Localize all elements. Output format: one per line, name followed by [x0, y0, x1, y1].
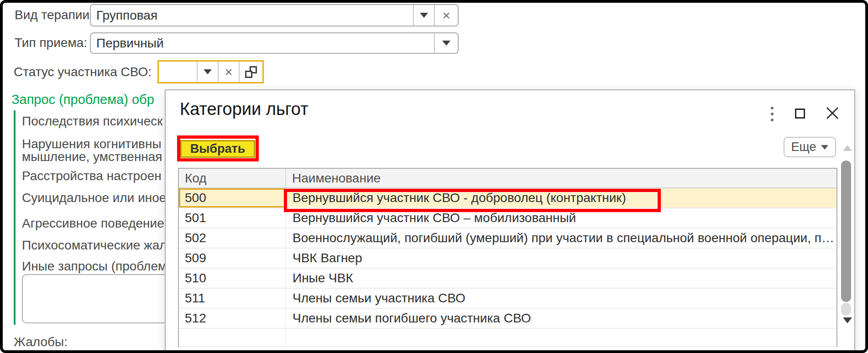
dialog-title: Категории льгот — [180, 99, 309, 119]
table-row[interactable]: 509 ЧВК Вагнер — [179, 249, 837, 269]
select-button[interactable]: Выбрать — [180, 140, 255, 158]
checklist-item: Суицидальное или иное — [22, 191, 165, 205]
visit-type-label: Тип приема: — [15, 35, 87, 51]
checklist-item: Психосоматические жал — [22, 238, 165, 253]
svo-status-field[interactable]: × — [157, 60, 264, 83]
app-window: Вид терапии: Групповая × Тип приема: Пер… — [0, 0, 868, 353]
therapy-type-value[interactable]: Групповая — [91, 5, 413, 26]
visit-type-value[interactable]: Первичный — [91, 33, 434, 53]
table-row[interactable]: 512 Члены семьи погибшего участника СВО — [179, 309, 837, 329]
checklist-item: мышление, умственная — [22, 150, 162, 164]
therapy-type-label: Вид терапии: — [15, 7, 93, 23]
therapy-type-dropdown-button[interactable] — [413, 5, 434, 26]
column-header-code[interactable]: Код — [179, 169, 286, 187]
scroll-down-icon[interactable] — [843, 317, 852, 323]
cell-code[interactable]: 509 — [179, 249, 286, 268]
svo-status-label: Статус участника СВО: — [14, 64, 152, 80]
cell-code[interactable]: 511 — [179, 289, 286, 308]
table-row[interactable]: 510 Иные ЧВК — [179, 269, 837, 289]
cell-name[interactable]: ЧВК Вагнер — [286, 249, 837, 268]
chevron-down-icon — [204, 69, 212, 74]
maximize-icon[interactable] — [795, 109, 805, 119]
scrollbar-track-remainder — [841, 303, 851, 316]
cell-name[interactable]: Вернувшийся участник СВО - доброволец (к… — [286, 188, 837, 208]
visit-type-field[interactable]: Первичный — [90, 32, 459, 54]
kebab-menu-icon[interactable] — [766, 105, 778, 123]
table-row-empty — [179, 329, 837, 347]
complaints-label: Жалобы: — [14, 335, 68, 349]
cell-name[interactable]: Вернувшийся участник СВО – мобилизованны… — [286, 208, 837, 228]
scroll-up-icon[interactable] — [843, 145, 852, 151]
checklist-item: Агрессивное поведение — [22, 216, 164, 231]
cell-name[interactable]: Члены семьи участника СВО — [286, 289, 837, 308]
clear-icon: × — [442, 9, 450, 22]
cell-code[interactable]: 510 — [179, 269, 286, 288]
checklist-item: Расстройства настроен — [22, 169, 162, 183]
therapy-type-clear-button[interactable]: × — [434, 5, 458, 26]
therapy-type-field[interactable]: Групповая × — [90, 4, 459, 26]
checklist-item: Иные запросы (проблем — [22, 259, 165, 274]
table-row[interactable]: 502 Военнослужащий, погибший (умерший) п… — [179, 228, 837, 249]
more-button[interactable]: Еще — [784, 137, 836, 157]
table-row[interactable]: 501 Вернувшийся участник СВО – мобилизов… — [179, 208, 837, 228]
benefit-categories-dialog: Категории льгот Выбрать Еще Код Наименов… — [165, 89, 855, 353]
section-group-line — [14, 110, 16, 325]
cell-name[interactable]: Члены семьи погибшего участника СВО — [286, 309, 837, 328]
visit-type-dropdown-button[interactable] — [434, 33, 458, 53]
svo-status-dropdown-button[interactable] — [197, 62, 218, 82]
close-icon[interactable] — [825, 105, 840, 121]
request-problem-section-heading[interactable]: Запрос (проблема) обр — [11, 92, 165, 110]
choose-from-list-icon — [245, 66, 257, 78]
svo-status-clear-button[interactable]: × — [218, 62, 239, 82]
cell-name[interactable]: Военнослужащий, погибший (умерший) при у… — [286, 228, 837, 248]
cell-code[interactable]: 501 — [179, 208, 286, 228]
chevron-down-icon — [420, 13, 428, 18]
svo-status-open-list-button[interactable] — [239, 62, 262, 82]
svo-status-value[interactable] — [159, 62, 197, 82]
cell-code[interactable]: 502 — [179, 228, 286, 248]
cell-code[interactable]: 500 — [179, 188, 286, 208]
chevron-down-icon — [442, 41, 450, 46]
table-row[interactable]: 500 Вернувшийся участник СВО - доброволе… — [179, 188, 837, 208]
clear-icon: × — [225, 65, 233, 79]
checklist-item: Последствия психическ — [22, 114, 162, 129]
other-requests-textarea[interactable] — [22, 274, 173, 323]
cell-name[interactable]: Иные ЧВК — [286, 269, 837, 288]
table-row[interactable]: 511 Члены семьи участника СВО — [179, 289, 837, 309]
table-header-row: Код Наименование — [179, 169, 837, 188]
chevron-down-icon — [821, 145, 828, 150]
scrollbar-thumb[interactable] — [841, 161, 851, 302]
benefit-categories-table: Код Наименование 500 Вернувшийся участни… — [178, 168, 837, 347]
column-header-name[interactable]: Наименование — [286, 169, 837, 187]
cell-code[interactable]: 512 — [179, 309, 286, 328]
more-button-label: Еще — [791, 140, 816, 154]
